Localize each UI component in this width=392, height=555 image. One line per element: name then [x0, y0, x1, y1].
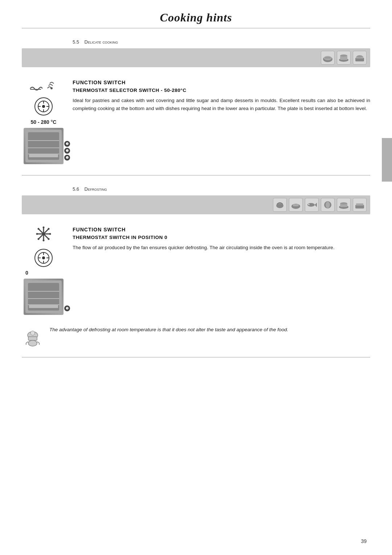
svg-point-62	[30, 331, 35, 335]
svg-point-40	[43, 240, 45, 242]
page-title: Cooking hints	[22, 11, 370, 24]
svg-point-39	[43, 227, 45, 228]
snowflake-icon	[35, 225, 52, 246]
temp-label: 50 - 280 °C	[31, 119, 57, 125]
section-5-5-icon-strip	[22, 48, 370, 67]
section-5-5-description: Ideal for pastries and cakes with wet co…	[73, 97, 370, 113]
sidebar-tab	[382, 138, 392, 182]
section-5-6: 5.6 Defrosting	[22, 186, 370, 350]
strip-icon-baked2	[353, 198, 367, 212]
strip-icon-roast	[289, 198, 303, 212]
oven-image-wrapper: ❸ ❷ ❶	[24, 128, 64, 164]
function-switch-label-2: FUNCTION SWITCH	[73, 227, 370, 232]
svg-point-27	[309, 204, 310, 205]
svg-point-44	[48, 238, 50, 240]
strip-icon-fish	[305, 198, 319, 212]
svg-point-8	[357, 55, 363, 57]
chef-icon	[22, 326, 44, 348]
section-5-6-description: The flow of air produced by the fan ensu…	[73, 244, 370, 252]
function-icons-row	[29, 78, 58, 94]
svg-rect-34	[356, 203, 363, 206]
section-5-6-heading: 5.6 Defrosting	[22, 186, 370, 192]
oven-image	[24, 128, 64, 164]
svg-point-5	[340, 54, 347, 57]
section-5-6-left-icons: 0 ❸	[22, 225, 65, 315]
function-switch-label: FUNCTION SWITCH	[73, 80, 370, 85]
thermostat-icon	[34, 97, 53, 116]
svg-point-63	[28, 340, 37, 346]
section-5-6-icon-strip	[22, 195, 370, 214]
defrost-note-text: The advantage of defrosting at room temp…	[49, 326, 288, 334]
level-3-b: ❸	[64, 305, 70, 311]
svg-rect-61	[28, 337, 37, 340]
svg-point-49	[42, 256, 45, 259]
svg-rect-2	[325, 57, 331, 58]
svg-point-32	[340, 202, 347, 204]
strip-icon-pastry	[321, 51, 335, 65]
heating-bottom-icon	[29, 79, 42, 93]
thermostat-label-2: THERMOSTAT SWITCH IN POSITION 0	[73, 235, 370, 240]
level-1: ❶	[64, 155, 70, 161]
svg-rect-59	[29, 305, 58, 308]
level-3: ❸	[64, 141, 70, 147]
divider-1	[22, 175, 370, 175]
page-title-section: Cooking hints	[22, 0, 370, 28]
zero-label: 0	[25, 270, 28, 276]
svg-point-47	[42, 232, 45, 235]
level-markers: ❸ ❷ ❶	[64, 141, 70, 161]
svg-point-46	[38, 238, 40, 240]
divider-2	[22, 357, 370, 357]
svg-rect-22	[29, 154, 58, 157]
strip-icon-veg	[321, 198, 335, 212]
level-markers-2: ❸	[64, 305, 70, 311]
strip-icon-casserole	[337, 198, 351, 212]
section-5-5-heading: 5.5 Delicate cooking	[22, 39, 370, 45]
strip-icon-dish	[337, 51, 351, 65]
svg-point-42	[49, 233, 51, 235]
svg-rect-25	[293, 204, 299, 206]
thermostat-label: THERMOSTAT SELECTOR SWITCH - 50-280°C	[73, 88, 370, 93]
oven-image-defrost: ❸	[24, 279, 64, 315]
section-5-5-content: 50 - 280 °C	[22, 74, 370, 168]
section-5-5-left-icons: 50 - 280 °C	[22, 78, 65, 164]
section-5-6-content: 0 ❸	[22, 222, 370, 319]
section-5-6-text: FUNCTION SWITCH THERMOSTAT SWITCH IN POS…	[73, 225, 370, 315]
thermostat-icon-2	[34, 249, 53, 267]
defrost-note-box: The advantage of defrosting at room temp…	[22, 324, 370, 350]
strip-icon-meat	[273, 198, 287, 212]
svg-point-41	[36, 233, 38, 235]
fan-icon	[45, 78, 58, 94]
svg-point-43	[38, 228, 40, 230]
svg-point-45	[48, 228, 50, 230]
page-number: 39	[361, 538, 367, 544]
section-5-5: 5.5 Delicate cooking	[22, 39, 370, 168]
section-5-5-text: FUNCTION SWITCH THERMOSTAT SELECTOR SWIT…	[73, 78, 370, 164]
svg-point-29	[326, 202, 330, 208]
level-2: ❷	[64, 148, 70, 154]
oven-image-2	[24, 279, 64, 315]
svg-point-12	[42, 105, 45, 108]
page-container: Cooking hints 5.5 Delicate cooking	[0, 0, 392, 555]
strip-icon-bake	[353, 51, 367, 65]
